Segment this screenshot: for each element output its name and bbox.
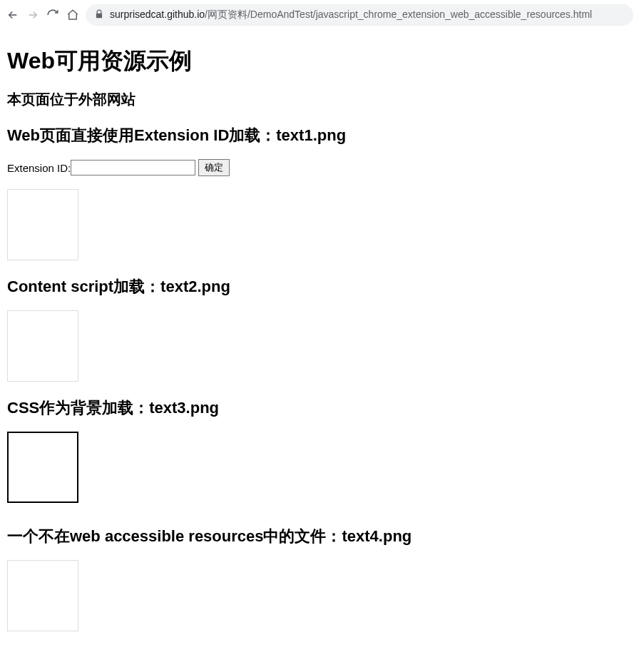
lock-icon: [94, 9, 104, 21]
page-subtitle: 本页面位于外部网站: [7, 90, 632, 109]
page-content: Web可用资源示例 本页面位于外部网站 Web页面直接使用Extension I…: [0, 30, 639, 651]
section4-title: 一个不在web accessible resources中的文件：text4.p…: [7, 526, 632, 547]
confirm-button[interactable]: 确定: [198, 159, 230, 176]
back-icon[interactable]: [6, 8, 20, 22]
image-placeholder-2: [7, 310, 78, 382]
section1-title: Web页面直接使用Extension ID加载：text1.png: [7, 125, 632, 146]
section2-title: Content script加载：text2.png: [7, 276, 632, 297]
image-placeholder-1: [7, 189, 78, 260]
image-placeholder-4: [7, 560, 78, 631]
address-bar[interactable]: surprisedcat.github.io/网页资料/DemoAndTest/…: [86, 4, 633, 26]
image-placeholder-3: [7, 432, 78, 503]
url-text: surprisedcat.github.io/网页资料/DemoAndTest/…: [110, 9, 592, 21]
home-icon[interactable]: [66, 8, 80, 22]
reload-icon[interactable]: [46, 8, 60, 22]
extension-id-input[interactable]: [71, 160, 195, 175]
page-title: Web可用资源示例: [7, 46, 632, 77]
url-host: surprisedcat.github.io: [110, 9, 205, 20]
extension-id-form: Extension ID: 确定: [7, 159, 632, 176]
forward-icon[interactable]: [26, 8, 40, 22]
url-path: /网页资料/DemoAndTest/javascript_chrome_exte…: [205, 9, 592, 20]
browser-toolbar: surprisedcat.github.io/网页资料/DemoAndTest/…: [0, 0, 639, 30]
section3-title: CSS作为背景加载：text3.png: [7, 397, 632, 419]
extension-id-label: Extension ID:: [7, 162, 71, 174]
